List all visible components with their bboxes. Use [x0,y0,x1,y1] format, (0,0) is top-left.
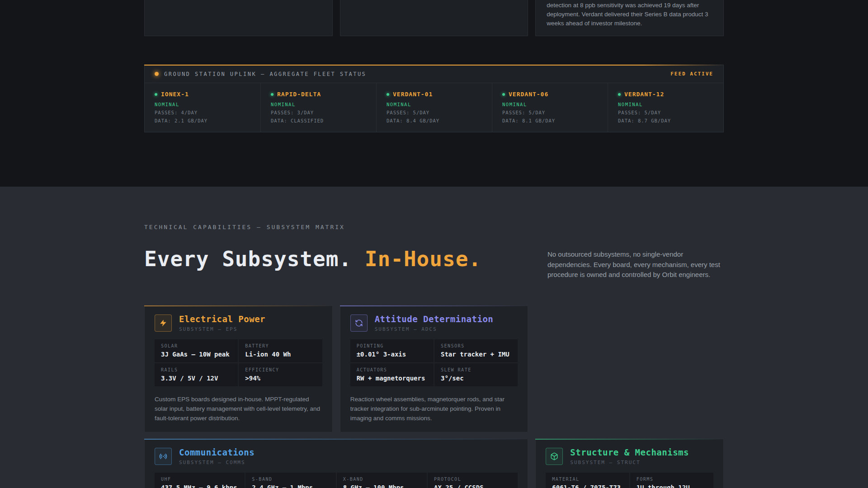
satellite-ok-dot-icon [618,93,621,96]
spec-cell: UHF437.5 MHz — 9.6 kbps [155,473,245,488]
satellite-status-row: IONEX-1 NOMINAL PASSES: 4/DAY DATA: 2.1 … [145,83,723,132]
card-description: Custom EPS boards designed in-house. MPP… [155,394,322,423]
satellite-status: NOMINAL [271,102,372,107]
spec-cell: PROTOCOLAX.25 / CCSDS [428,473,518,488]
card-subtitle: SUBSYSTEM — EPS [179,326,265,332]
testimonial-card: detection at 8 ppb sensitivity was achie… [535,0,724,36]
subsystem-card-comms: Communications SUBSYSTEM — COMMS UHF437.… [144,439,528,488]
subsystem-card-eps: Electrical Power SUBSYSTEM — EPS SOLAR3J… [144,305,333,432]
heading-accent: In-House. [365,247,481,271]
fleet-status-title: GROUND STATION UPLINK — AGGREGATE FLEET … [164,71,366,77]
spec-cell: BATTERYLi-ion 40 Wh [239,339,322,362]
cube-icon [546,448,563,465]
satellite-status: NOMINAL [502,102,603,107]
spec-cell: FORMS1U through 12U [630,473,713,488]
satellite-passes: PASSES: 5/DAY [387,110,487,115]
satellite-cell: VERDANT-06 NOMINAL PASSES: 5/DAY DATA: 8… [492,83,608,132]
feed-active-badge: FEED ACTIVE [670,71,713,77]
satellite-name: VERDANT-06 [509,91,548,98]
subsystem-card-struct: Structure & Mechanisms SUBSYSTEM — STRUC… [535,439,724,488]
section-heading: Every Subsystem. In-House. [144,248,481,271]
testimonial-cards-row: detection at 8 ppb sensitivity was achie… [144,0,724,36]
spec-cell: X-BAND8 GHz — 100 Mbps [337,473,427,488]
uplink-status-dot-icon [155,72,159,76]
satellite-ok-dot-icon [387,93,389,96]
testimonial-card [144,0,333,36]
satellite-status: NOMINAL [618,102,719,107]
card-title: Communications [179,447,255,457]
subsystem-cards-grid: Electrical Power SUBSYSTEM — EPS SOLAR3J… [144,305,724,488]
satellite-ok-dot-icon [271,93,274,96]
satellite-name: IONEX-1 [161,91,189,98]
spec-cell: SLEW RATE3°/sec [434,363,518,386]
fleet-status-title-group: GROUND STATION UPLINK — AGGREGATE FLEET … [155,71,366,77]
satellite-data-rate: DATA: 8.4 GB/DAY [387,118,487,123]
satellite-data-rate: DATA: 8.1 GB/DAY [502,118,603,123]
testimonial-card [340,0,528,36]
subsystem-card-adcs: Attitude Determination SUBSYSTEM — ADCS … [340,305,528,432]
rotate-icon [350,314,368,332]
spec-cell: MATERIAL6061-T6 / 7075-T73 [546,473,629,488]
card-description: Reaction wheel assemblies, magnetorquer … [350,394,518,423]
capabilities-section: TECHNICAL CAPABILITIES — SUBSYSTEM MATRI… [0,187,868,488]
satellite-cell: RAPID-DELTA NOMINAL PASSES: 3/DAY DATA: … [260,83,376,132]
testimonial-text: detection at 8 ppb sensitivity was achie… [536,0,723,28]
fleet-status-header: GROUND STATION UPLINK — AGGREGATE FLEET … [145,65,723,83]
card-subtitle: SUBSYSTEM — STRUCT [570,460,689,465]
satellite-passes: PASSES: 4/DAY [155,110,256,115]
satellite-status: NOMINAL [387,102,487,107]
card-title: Structure & Mechanisms [570,447,689,457]
satellite-ok-dot-icon [502,93,505,96]
satellite-data-rate: DATA: 2.1 GB/DAY [155,118,256,123]
spec-cell: POINTING±0.01° 3-axis [350,339,434,362]
satellite-passes: PASSES: 5/DAY [502,110,603,115]
satellite-cell: VERDANT-12 NOMINAL PASSES: 5/DAY DATA: 8… [608,83,723,132]
top-section: detection at 8 ppb sensitivity was achie… [0,0,868,187]
satellite-data-rate: DATA: CLASSIFIED [271,118,372,123]
card-title: Attitude Determination [375,314,494,324]
satellite-cell: VERDANT-01 NOMINAL PASSES: 5/DAY DATA: 8… [376,83,492,132]
satellite-name: VERDANT-12 [624,91,664,98]
section-intro: No outsourced subsystems, no single-vend… [547,249,724,280]
satellite-ok-dot-icon [155,93,157,96]
spec-cell: EFFICIENCY>94% [239,363,322,386]
fleet-status-bar: GROUND STATION UPLINK — AGGREGATE FLEET … [144,65,724,132]
card-title: Electrical Power [179,314,265,324]
spec-cell: S-BAND2.4 GHz — 1 Mbps [245,473,335,488]
satellite-name: VERDANT-01 [393,91,433,98]
bolt-icon [155,314,172,332]
satellite-status: NOMINAL [155,102,256,107]
satellite-passes: PASSES: 5/DAY [618,110,719,115]
broadcast-icon [155,448,172,465]
satellite-cell: IONEX-1 NOMINAL PASSES: 4/DAY DATA: 2.1 … [145,83,260,132]
spec-cell: SENSORSStar tracker + IMU [434,339,518,362]
satellite-data-rate: DATA: 8.7 GB/DAY [618,118,719,123]
spec-cell: SOLAR3J GaAs — 10W peak [155,339,238,362]
satellite-passes: PASSES: 3/DAY [271,110,372,115]
card-subtitle: SUBSYSTEM — COMMS [179,460,255,465]
spec-cell: ACTUATORSRW + magnetorquers [350,363,434,386]
section-eyebrow: TECHNICAL CAPABILITIES — SUBSYSTEM MATRI… [144,224,724,230]
satellite-name: RAPID-DELTA [277,91,321,98]
spec-cell: RAILS3.3V / 5V / 12V [155,363,238,386]
card-subtitle: SUBSYSTEM — ADCS [375,326,494,332]
